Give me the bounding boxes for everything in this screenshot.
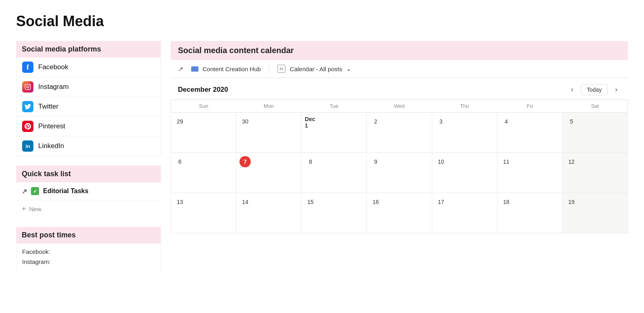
best-post-header: Best post times bbox=[16, 227, 161, 243]
calendar-weekday-row: Sun Mon Tue Wed Thu Fri Sat bbox=[171, 100, 628, 113]
calendar-day-30-prev[interactable]: 30 bbox=[236, 113, 301, 153]
calendar-day-19[interactable]: 19 bbox=[562, 193, 627, 233]
calendar-week-3: 13 14 15 16 17 18 bbox=[171, 193, 628, 233]
day-number: 18 bbox=[501, 196, 512, 208]
calendar-toolbar: ↗ Content Creation Hub 31 Calendar - All… bbox=[171, 60, 628, 78]
toolbar-separator bbox=[269, 65, 269, 73]
day-number: 19 bbox=[566, 196, 577, 208]
best-post-section: Best post times Facebook: Instagram: bbox=[16, 227, 161, 273]
weekday-mon: Mon bbox=[236, 100, 301, 113]
calendar-week-1: 29 30 Dec 1 2 3 4 bbox=[171, 113, 628, 153]
best-post-facebook: Facebook: bbox=[22, 248, 155, 255]
facebook-icon: f bbox=[22, 62, 33, 73]
task-checkbox: ✓ bbox=[31, 187, 39, 195]
calendar-day-13[interactable]: 13 bbox=[171, 193, 236, 233]
calendar-day-18[interactable]: 18 bbox=[497, 193, 562, 233]
content-hub-link[interactable]: Content Creation Hub bbox=[191, 66, 261, 72]
day-number: 8 bbox=[305, 156, 316, 167]
calendar-view-link[interactable]: 31 Calendar - All posts ⌄ bbox=[277, 65, 351, 73]
platform-label-pinterest: Pinterest bbox=[38, 122, 65, 130]
monitor-icon bbox=[191, 66, 198, 72]
calendar-box-icon: 31 bbox=[277, 65, 285, 73]
best-post-list: Facebook: Instagram: bbox=[16, 243, 161, 273]
day-number: 4 bbox=[501, 116, 512, 127]
new-label: New bbox=[29, 206, 41, 212]
platform-list: f Facebook Instagram bbox=[16, 58, 161, 156]
sidebar: Social media platforms f Facebook Instag… bbox=[16, 41, 161, 273]
day-number: 12 bbox=[566, 156, 577, 167]
calendar-day-17[interactable]: 17 bbox=[432, 193, 497, 233]
platform-item-pinterest[interactable]: Pinterest bbox=[17, 117, 161, 136]
task-link-icon: ↗ bbox=[22, 187, 27, 195]
calendar-header: Social media content calendar bbox=[171, 41, 628, 60]
day-number: 11 bbox=[501, 156, 512, 167]
nav-controls: ‹ Today › bbox=[568, 84, 621, 95]
calendar-day-16[interactable]: 16 bbox=[367, 193, 432, 233]
platform-label-instagram: Instagram bbox=[38, 83, 69, 91]
day-number: 13 bbox=[174, 196, 186, 208]
calendar-nav: December 2020 ‹ Today › bbox=[171, 78, 628, 99]
calendar-day-1[interactable]: Dec 1 bbox=[301, 113, 367, 153]
prev-month-button[interactable]: ‹ bbox=[568, 84, 577, 95]
day-number: 10 bbox=[436, 156, 447, 167]
svg-point-2 bbox=[29, 85, 30, 86]
new-item-button[interactable]: + New bbox=[16, 200, 161, 217]
task-label-editorial: Editorial Tasks bbox=[43, 187, 89, 195]
calendar-day-29-prev[interactable]: 29 bbox=[171, 113, 236, 153]
day-number: 6 bbox=[174, 156, 186, 167]
platform-item-facebook[interactable]: f Facebook bbox=[17, 58, 161, 77]
weekday-tue: Tue bbox=[301, 100, 367, 113]
calendar-day-7-today[interactable]: 7 bbox=[236, 153, 301, 193]
platform-label-linkedin: LinkedIn bbox=[38, 142, 64, 150]
weekday-wed: Wed bbox=[367, 100, 432, 113]
weekday-sun: Sun bbox=[171, 100, 236, 113]
chevron-down-icon: ⌄ bbox=[346, 65, 351, 72]
platform-item-twitter[interactable]: Twitter bbox=[17, 97, 161, 117]
day-number: 30 bbox=[239, 116, 251, 127]
day-number: 14 bbox=[239, 196, 251, 208]
instagram-icon bbox=[22, 81, 33, 93]
svg-point-1 bbox=[27, 86, 29, 88]
calendar-day-12[interactable]: 12 bbox=[562, 153, 627, 193]
calendar-day-9[interactable]: 9 bbox=[367, 153, 432, 193]
calendar-day-5[interactable]: 5 bbox=[562, 113, 627, 153]
external-link-icon: ↗ bbox=[178, 65, 183, 73]
weekday-fri: Fri bbox=[497, 100, 562, 113]
calendar-day-15[interactable]: 15 bbox=[301, 193, 367, 233]
calendar-day-4[interactable]: 4 bbox=[497, 113, 562, 153]
calendar-day-14[interactable]: 14 bbox=[236, 193, 301, 233]
calendar-day-6[interactable]: 6 bbox=[171, 153, 236, 193]
day-number: 29 bbox=[174, 116, 186, 127]
svg-rect-0 bbox=[25, 84, 30, 89]
calendar-week-2: 6 7 8 9 10 11 bbox=[171, 153, 628, 193]
next-month-button[interactable]: › bbox=[612, 84, 621, 95]
calendar-day-10[interactable]: 10 bbox=[432, 153, 497, 193]
month-label: December 2020 bbox=[178, 86, 228, 94]
best-post-instagram: Instagram: bbox=[22, 258, 155, 265]
calendar-day-8[interactable]: 8 bbox=[301, 153, 367, 193]
platforms-section-header: Social media platforms bbox=[16, 41, 161, 58]
quick-task-header: Quick task list bbox=[16, 166, 161, 182]
platform-item-linkedin[interactable]: in LinkedIn bbox=[17, 136, 161, 156]
platform-label-twitter: Twitter bbox=[38, 103, 58, 111]
twitter-icon bbox=[22, 101, 33, 112]
platform-label-facebook: Facebook bbox=[38, 63, 68, 71]
weekday-sat: Sat bbox=[562, 100, 627, 113]
day-number: 16 bbox=[370, 196, 381, 208]
main-layout: Social media platforms f Facebook Instag… bbox=[16, 41, 628, 273]
pinterest-icon bbox=[22, 121, 33, 132]
calendar-day-3[interactable]: 3 bbox=[432, 113, 497, 153]
plus-icon: + bbox=[22, 205, 26, 212]
weekday-thu: Thu bbox=[432, 100, 497, 113]
calendar-day-11[interactable]: 11 bbox=[497, 153, 562, 193]
task-item-editorial[interactable]: ↗ ✓ Editorial Tasks bbox=[16, 182, 161, 200]
day-number: 2 bbox=[370, 116, 381, 127]
platform-item-instagram[interactable]: Instagram bbox=[17, 77, 161, 97]
calendar-day-2[interactable]: 2 bbox=[367, 113, 432, 153]
day-number: 9 bbox=[370, 156, 381, 167]
today-button[interactable]: Today bbox=[581, 84, 608, 95]
page-title: Social Media bbox=[16, 13, 628, 30]
linkedin-icon: in bbox=[22, 140, 33, 152]
today-day-number: 7 bbox=[239, 156, 251, 167]
day-number: 5 bbox=[566, 116, 577, 127]
